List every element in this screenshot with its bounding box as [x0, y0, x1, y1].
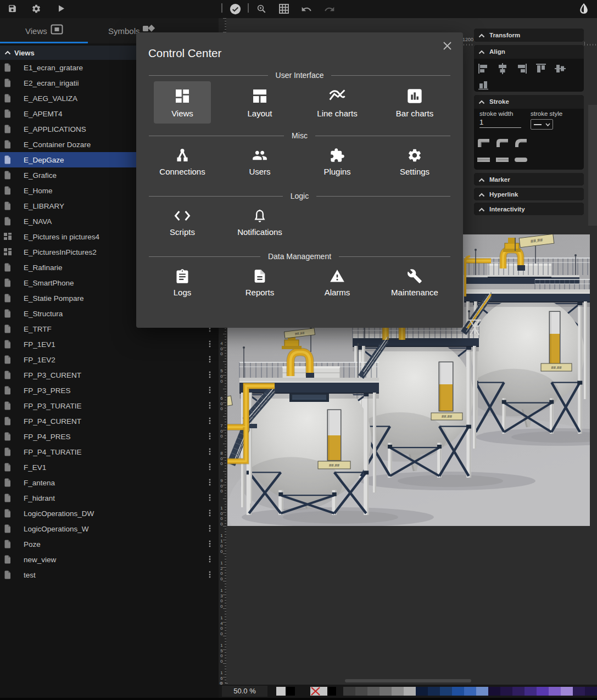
svg-text:##.##: ##.## [551, 365, 562, 370]
svg-text:##.##: ##.## [442, 414, 453, 419]
svg-text:##.##: ##.## [329, 463, 340, 468]
